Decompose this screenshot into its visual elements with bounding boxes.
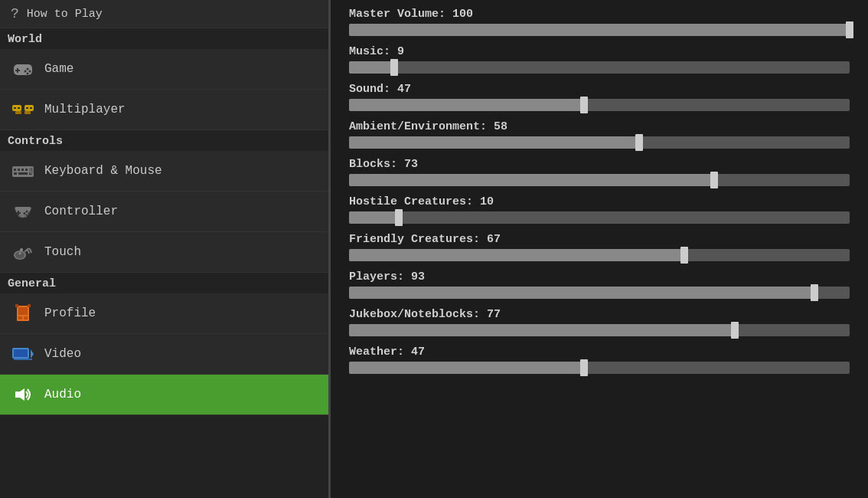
slider-row: Jukebox/Noteblocks: 77 [349,308,850,336]
sidebar-item-audio[interactable]: Audio [0,375,328,415]
svg-marker-45 [31,349,34,359]
slider-label: Weather: 47 [349,346,850,359]
slider-label: Master Volume: 100 [349,8,850,21]
slider-track[interactable] [349,211,850,224]
sidebar-item-game[interactable]: Game [0,49,328,90]
touch-icon [11,240,35,264]
svg-rect-46 [14,359,32,360]
slider-thumb[interactable] [680,247,688,264]
svg-rect-44 [14,349,28,357]
sidebar-item-profile[interactable]: Profile [0,293,328,334]
svg-point-30 [24,212,26,215]
svg-rect-7 [12,105,21,111]
slider-label: Friendly Creatures: 67 [349,233,850,246]
sidebar-item-controller[interactable]: Controller [0,192,328,232]
slider-fill [349,324,735,336]
slider-thumb[interactable] [390,59,398,76]
slider-thumb[interactable] [811,284,818,301]
slider-track[interactable] [349,24,850,36]
svg-rect-19 [25,169,28,171]
sliders-container: Master Volume: 100Music: 9Sound: 47Ambie… [349,8,850,374]
sidebar-item-keyboard-mouse[interactable]: Keyboard & Mouse [0,151,328,192]
slider-thumb[interactable] [580,359,588,376]
slider-thumb[interactable] [731,322,739,339]
svg-rect-27 [16,212,21,214]
slider-thumb[interactable] [846,21,853,38]
svg-rect-22 [18,172,28,175]
slider-row: Blocks: 73 [349,158,850,186]
svg-rect-10 [24,105,34,111]
slider-fill [349,136,639,149]
profile-icon [11,301,35,326]
controller-icon [11,57,35,81]
slider-track[interactable] [349,136,850,149]
audio-icon [11,382,35,407]
slider-fill [349,99,584,111]
slider-fill [349,24,850,36]
slider-label: Ambient/Environment: 58 [349,120,850,133]
slider-row: Hostile Creatures: 10 [349,195,850,224]
sidebar-item-multiplayer-label: Multiplayer [44,103,126,116]
svg-marker-47 [15,388,24,401]
sidebar-item-keyboard-mouse-label: Keyboard & Mouse [44,164,162,178]
slider-thumb[interactable] [710,172,718,188]
slider-fill [349,249,684,261]
slider-fill [349,211,399,224]
sidebar-item-profile-label: Profile [44,306,96,320]
svg-point-33 [24,215,27,218]
section-header-general: General [0,273,328,293]
slider-fill [349,362,584,374]
sidebar-item-audio-label: Audio [44,388,81,401]
question-icon: ? [11,6,19,21]
section-header-world: World [0,28,328,49]
slider-label: Hostile Creatures: 10 [349,195,850,208]
svg-rect-8 [14,107,16,109]
svg-rect-18 [21,169,24,171]
sidebar-item-multiplayer[interactable]: Multiplayer [0,90,328,130]
slider-track[interactable] [349,61,850,74]
sidebar-item-game-label: Game [44,62,73,76]
svg-rect-2 [15,70,20,71]
sidebar-item-touch-label: Touch [44,245,81,259]
svg-rect-21 [14,172,17,175]
svg-rect-42 [28,304,31,307]
slider-label: Blocks: 73 [349,158,850,171]
svg-rect-13 [15,111,21,114]
svg-point-6 [27,73,29,75]
svg-rect-38 [18,307,28,315]
slider-row: Friendly Creatures: 67 [349,233,850,261]
svg-rect-41 [15,304,18,307]
section-header-controls: Controls [0,130,328,151]
sidebar-item-video[interactable]: Video [0,334,328,375]
slider-thumb[interactable] [635,134,643,151]
svg-rect-16 [14,169,16,171]
sidebar-item-controller-label: Controller [44,205,118,218]
video-icon [11,342,35,366]
svg-point-5 [24,70,27,73]
slider-thumb[interactable] [580,97,588,113]
svg-rect-39 [18,316,22,319]
sidebar: ? How to Play World Game [0,0,331,498]
slider-track[interactable] [349,249,850,261]
slider-track[interactable] [349,324,850,336]
slider-row: Sound: 47 [349,83,850,111]
slider-track[interactable] [349,362,850,374]
slider-track[interactable] [349,174,850,186]
svg-rect-14 [24,111,31,114]
slider-thumb[interactable] [395,209,403,226]
keyboard-icon [11,159,35,183]
svg-rect-40 [24,316,28,319]
svg-rect-9 [18,107,20,109]
slider-track[interactable] [349,99,850,111]
slider-label: Jukebox/Noteblocks: 77 [349,308,850,321]
slider-label: Music: 9 [349,45,850,58]
slider-row: Players: 93 [349,270,850,299]
slider-fill [349,287,814,299]
how-to-play-item[interactable]: ? How to Play [0,0,328,28]
sidebar-item-touch[interactable]: Touch [0,232,328,273]
gamepad-icon [11,199,35,224]
svg-point-3 [27,68,29,70]
slider-track[interactable] [349,287,850,299]
slider-fill [349,61,394,74]
slider-row: Ambient/Environment: 58 [349,120,850,149]
